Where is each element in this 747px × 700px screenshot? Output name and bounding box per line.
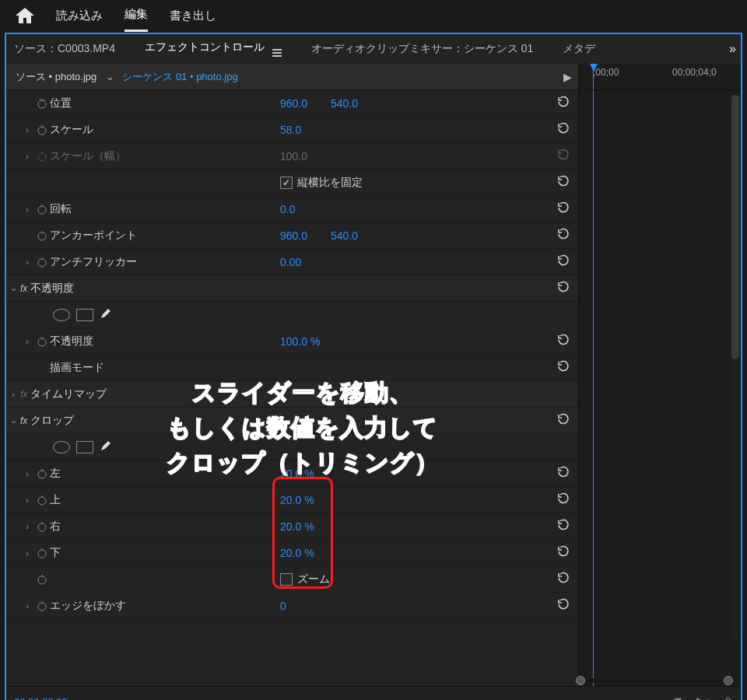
more-tabs-icon[interactable]: » [729,42,736,56]
mask-pen-button[interactable] [100,307,112,322]
stopwatch-icon[interactable] [34,336,50,347]
twirl-icon[interactable]: › [6,390,20,399]
sequence-clip-name[interactable]: シーケンス 01 • photo.jpg [117,70,242,84]
current-timecode[interactable]: 00;00;00;00 [14,696,68,700]
edge-feather-value[interactable]: 0 [280,600,286,612]
stopwatch-icon[interactable] [34,600,50,611]
panel-tab-effect-controls[interactable]: エフェクトコントロール [142,33,285,66]
stopwatch-icon[interactable] [34,124,50,135]
reset-icon[interactable] [556,412,570,429]
twirl-icon[interactable]: › [20,522,34,531]
ruler-mark: 00;00;04;0 [672,67,717,78]
stopwatch-icon[interactable] [34,548,50,558]
twirl-icon[interactable]: › [20,548,34,558]
crop-right-value[interactable]: 20.0 % [280,520,314,533]
twirl-icon[interactable]: ⌄ [6,283,20,293]
stopwatch-icon[interactable] [34,204,50,215]
reset-icon[interactable] [556,95,570,111]
reset-icon[interactable] [556,201,570,217]
vertical-scrollbar[interactable] [731,95,739,639]
twirl-icon: › [20,152,34,161]
panel-menu-icon[interactable] [272,49,282,57]
crop-left-value[interactable]: 20.0 % [280,467,314,480]
panel-tab-metadata[interactable]: メタデ [559,34,598,64]
fx-badge[interactable]: fx [20,283,27,294]
svg-point-4 [38,233,46,240]
filter-icon[interactable]: ▼ [672,695,684,700]
panel-tab-source[interactable]: ソース：C0003.MP4 [11,34,118,64]
section-timeremap: タイムリマップ [30,387,107,401]
stopwatch-icon[interactable] [34,98,50,109]
svg-point-11 [38,576,46,584]
fx-badge[interactable]: fx [20,415,27,426]
twirl-icon[interactable]: › [20,257,34,267]
fx-badge[interactable]: fx [20,389,27,400]
rotation-value[interactable]: 0.0 [280,203,295,215]
twirl-icon[interactable]: › [20,495,34,505]
stopwatch-icon[interactable] [34,257,50,268]
prop-edge-feather-label: エッジをぼかす [50,599,126,613]
crop-zoom-checkbox[interactable] [280,573,293,586]
home-icon[interactable] [16,8,34,23]
reset-icon[interactable] [556,121,570,138]
anchor-y-value[interactable]: 540.0 [331,229,358,242]
uniform-scale-checkbox[interactable] [280,177,293,189]
reset-icon[interactable] [556,174,570,191]
timeline-ruler[interactable]: ;00;00 00;00;04;0 [579,64,741,90]
twirl-icon[interactable]: › [20,337,34,346]
stopwatch-icon[interactable] [34,468,50,479]
position-x-value[interactable]: 960.0 [280,97,307,110]
panel-tab-audio-mixer[interactable]: オーディオクリップミキサー：シーケンス 01 [308,34,536,64]
prop-scale-width-label: スケール（幅） [50,149,126,163]
zoom-slider-handle[interactable] [724,676,733,685]
stopwatch-icon[interactable] [34,230,50,241]
playhead-icon[interactable] [593,64,594,89]
svg-point-1 [38,127,46,135]
reset-icon[interactable] [556,333,570,349]
effect-properties: 位置 960.0540.0 › スケール 58.0 › スケール（幅） [6,90,578,686]
twirl-icon[interactable]: ⌄ [6,415,20,425]
play-icon[interactable]: ▶ [563,71,578,83]
zoom-slider-handle[interactable] [576,676,585,685]
scale-width-value: 100.0 [280,150,307,163]
reset-icon[interactable] [556,571,570,587]
stopwatch-icon[interactable] [34,495,50,506]
antiflicker-value[interactable]: 0.00 [280,256,301,268]
nav-tab-import[interactable]: 読み込み [56,1,103,31]
prop-antiflicker-label: アンチフリッカー [50,255,137,269]
prop-crop-left-label: 左 [50,467,61,481]
mask-rect-button[interactable] [76,441,93,453]
reset-icon[interactable] [556,492,570,508]
position-y-value[interactable]: 540.0 [331,97,358,110]
reset-icon[interactable] [556,254,570,270]
twirl-icon[interactable]: › [20,205,34,214]
source-dropdown-icon[interactable]: ⌄ [103,71,117,82]
mask-rect-button[interactable] [76,309,93,321]
prop-position-label: 位置 [50,96,72,110]
nav-tab-export[interactable]: 書き出し [170,1,216,31]
crop-top-value[interactable]: 20.0 % [280,494,314,506]
nav-tab-edit[interactable]: 編集 [124,0,148,32]
anchor-x-value[interactable]: 960.0 [280,229,307,242]
scale-value[interactable]: 58.0 [280,124,301,136]
stopwatch-icon[interactable] [34,574,50,585]
reset-icon[interactable] [556,465,570,481]
play-only-icon[interactable]: ▶♪ [696,695,710,700]
reset-icon[interactable] [556,280,570,296]
stopwatch-icon[interactable] [34,521,50,532]
twirl-icon[interactable]: › [20,601,34,611]
opacity-value[interactable]: 100.0 % [280,335,320,348]
twirl-icon[interactable]: › [20,125,34,135]
reset-icon[interactable] [556,544,570,561]
reset-icon[interactable] [556,597,570,614]
crop-bottom-value[interactable]: 20.0 % [280,547,314,559]
mask-ellipse-button[interactable] [53,441,70,453]
reset-icon[interactable] [556,227,570,243]
mask-pen-button[interactable] [100,439,112,454]
reset-icon[interactable] [556,518,570,534]
twirl-icon[interactable]: › [20,469,34,478]
mask-ellipse-button[interactable] [53,309,70,321]
zoom-slider[interactable] [576,675,733,686]
reset-icon[interactable] [556,359,570,376]
export-icon[interactable]: ⇪ [723,695,733,700]
